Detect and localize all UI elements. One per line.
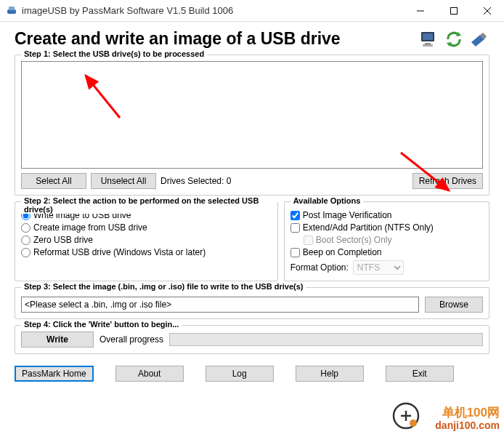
titlebar: imageUSB by PassMark Software V1.5 Build… xyxy=(0,0,504,22)
passmark-home-button[interactable]: PassMark Home xyxy=(15,366,94,382)
step1-legend: Step 1: Select the USB drive(s) to be pr… xyxy=(21,49,207,58)
overall-progress-bar xyxy=(169,333,483,346)
maximize-button[interactable] xyxy=(437,0,471,22)
svg-point-21 xyxy=(410,419,417,427)
close-button[interactable] xyxy=(471,0,504,22)
drives-selected-label: Drives Selected: 0 xyxy=(160,176,231,186)
page-title: Create and write an image of a USB drive xyxy=(15,29,418,49)
step4-legend: Step 4: Click the 'Write' button to begi… xyxy=(21,320,182,329)
app-icon xyxy=(6,5,17,17)
svg-rect-1 xyxy=(9,7,15,10)
drive-list[interactable] xyxy=(21,61,483,169)
options-legend: Available Options xyxy=(290,196,364,205)
check-post-verify[interactable]: Post Image Verification xyxy=(290,210,483,220)
step3-legend: Step 3: Select the image (.bin, .img or … xyxy=(21,282,306,291)
unselect-all-button[interactable]: Unselect All xyxy=(91,173,156,189)
step2-legend: Step 2: Select the action to be performe… xyxy=(21,196,277,214)
radio-reformat-drive[interactable]: Reformat USB drive (Windows Vista or lat… xyxy=(21,247,272,257)
write-button[interactable]: Write xyxy=(21,331,94,347)
watermark-badge-icon xyxy=(392,402,420,430)
step3-group: Step 3: Select the image (.bin, .img or … xyxy=(15,287,489,319)
options-group: Available Options Post Image Verificatio… xyxy=(284,201,489,281)
step2-group: Step 2: Select the action to be performe… xyxy=(15,201,278,281)
image-file-input[interactable] xyxy=(21,297,419,313)
radio-create-image[interactable]: Create image from USB drive xyxy=(21,222,272,233)
progress-label: Overall progress xyxy=(99,334,163,345)
select-all-button[interactable]: Select All xyxy=(21,173,86,189)
footer: PassMark Home About Log Help Exit xyxy=(0,360,504,382)
step1-group: Step 1: Select the USB drive(s) to be pr… xyxy=(15,55,489,196)
usb-drive-icon xyxy=(468,30,489,49)
svg-rect-7 xyxy=(423,33,433,40)
format-option-label: Format Option: xyxy=(290,262,349,273)
svg-rect-9 xyxy=(423,44,433,47)
watermark: 单机100网 danji100.com xyxy=(435,406,500,431)
window-title: imageUSB by PassMark Software V1.5 Build… xyxy=(22,5,404,16)
check-beep[interactable]: Beep on Completion xyxy=(290,247,483,257)
refresh-arrows-icon xyxy=(443,30,465,49)
help-button[interactable]: Help xyxy=(296,366,364,382)
format-option-select[interactable]: NTFS xyxy=(353,260,404,275)
log-button[interactable]: Log xyxy=(206,366,274,382)
browse-button[interactable]: Browse xyxy=(425,297,483,313)
about-button[interactable]: About xyxy=(115,366,184,382)
step4-group: Step 4: Click the 'Write' button to begi… xyxy=(15,325,489,354)
refresh-drives-button[interactable]: Refresh Drives xyxy=(412,173,483,189)
svg-rect-8 xyxy=(425,43,431,44)
minimize-button[interactable] xyxy=(404,0,437,22)
computer-icon xyxy=(418,30,440,49)
svg-rect-3 xyxy=(451,7,458,14)
check-extend-partition[interactable]: Extend/Add Partition (NTFS Only) xyxy=(290,222,483,233)
radio-zero-drive[interactable]: Zero USB drive xyxy=(21,235,272,245)
exit-button[interactable]: Exit xyxy=(386,366,454,382)
check-boot-sector: Boot Sector(s) Only xyxy=(304,235,483,245)
svg-point-18 xyxy=(394,403,418,428)
